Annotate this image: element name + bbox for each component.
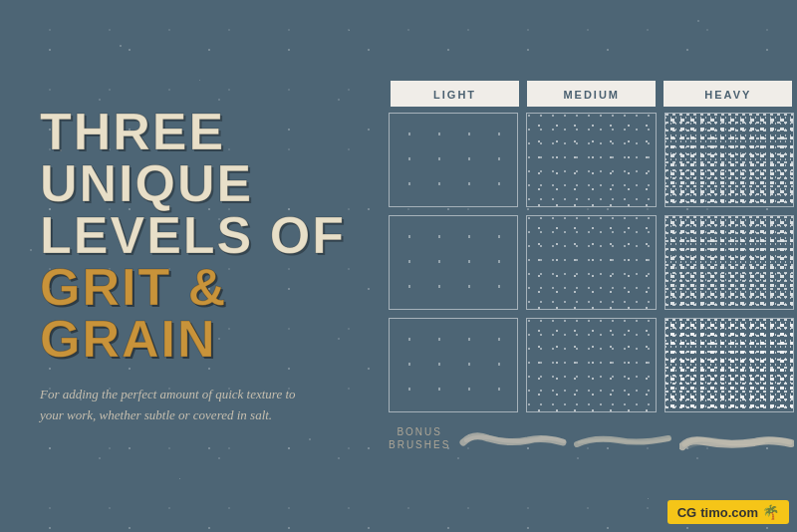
cgtimo-text: CG [677, 505, 697, 520]
brushes-section: BONUSBRUSHES [389, 424, 794, 452]
grid-row-3 [389, 318, 794, 412]
cell-medium-2 [526, 215, 656, 310]
subtitle-text: For adding the perfect amount of quick t… [40, 385, 309, 426]
title-line-1: THREE UNIQUE [40, 106, 369, 209]
texture-grid: LIGHT MEDIUM HEAVY [389, 81, 794, 452]
brush-stroke-2 [574, 424, 673, 452]
col-header-light: LIGHT [391, 81, 519, 107]
column-headers: LIGHT MEDIUM HEAVY [389, 81, 794, 107]
main-content: THREE UNIQUE LEVELS OF GRIT & GRAIN For … [0, 0, 797, 532]
brushes-label: BONUSBRUSHES [389, 425, 450, 451]
col-header-medium: MEDIUM [527, 81, 656, 107]
grid-row-2 [389, 215, 794, 310]
right-panel: LIGHT MEDIUM HEAVY [389, 81, 794, 452]
cgtimo-badge: CGtimo.com 🌴 [667, 500, 789, 524]
cell-heavy-3 [664, 318, 794, 412]
cell-light-1 [389, 113, 518, 207]
cell-heavy-1 [664, 113, 794, 207]
col-header-heavy: HEAVY [664, 81, 792, 107]
cell-medium-3 [526, 318, 656, 412]
title-line-2: LEVELS OF [40, 209, 369, 261]
cgtimo-site: timo.com [700, 505, 758, 520]
main-title: THREE UNIQUE LEVELS OF GRIT & GRAIN [40, 106, 369, 365]
left-panel: THREE UNIQUE LEVELS OF GRIT & GRAIN For … [40, 106, 389, 426]
grid-rows [389, 113, 794, 412]
grid-row-1 [389, 113, 794, 207]
cell-medium-1 [526, 113, 656, 207]
brush-stroke-1 [458, 424, 568, 452]
brush-stroke-3 [679, 424, 794, 452]
brush-strokes [458, 424, 794, 452]
title-line-3: GRIT & GRAIN [40, 261, 369, 365]
palm-icon: 🌴 [762, 504, 779, 520]
cell-light-2 [389, 215, 518, 310]
cell-light-3 [389, 318, 518, 412]
cell-heavy-2 [664, 215, 794, 310]
